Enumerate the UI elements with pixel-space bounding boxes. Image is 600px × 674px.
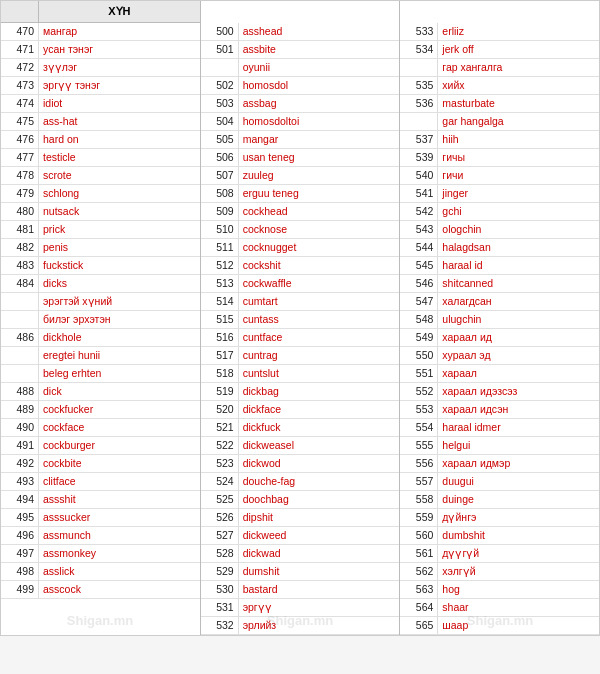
row-number: 496	[1, 527, 39, 544]
row-word: asscock	[39, 581, 200, 598]
row-number: 556	[400, 455, 438, 472]
row-word: idiot	[39, 95, 200, 112]
table-row: 548ulugchin	[400, 311, 599, 329]
row-word: hog	[438, 581, 599, 598]
row-number	[1, 365, 39, 382]
row-number: 559	[400, 509, 438, 526]
row-word: cockburger	[39, 437, 200, 454]
table-row: 513cockwaffle	[201, 275, 400, 293]
row-word: хараал идмэр	[438, 455, 599, 472]
row-number: 512	[201, 257, 239, 274]
row-number: 479	[1, 185, 39, 202]
row-word: schlong	[39, 185, 200, 202]
table-row: 544halagdsan	[400, 239, 599, 257]
row-word: dickbag	[239, 383, 400, 400]
row-number: 495	[1, 509, 39, 526]
row-number: 529	[201, 563, 239, 580]
table-row: 542gchi	[400, 203, 599, 221]
table-row: 478scrote	[1, 167, 200, 185]
table-row: 559дүйнгэ	[400, 509, 599, 527]
row-word: cumtart	[239, 293, 400, 310]
row-word: shaar	[438, 599, 599, 616]
column-1: ХҮН500asshead501assbiteoyunii502homosdol…	[201, 1, 401, 635]
column-2: ХҮН533erliiz534jerk offгар хангалга535хи…	[400, 1, 599, 635]
row-word: clitface	[39, 473, 200, 490]
row-number: 492	[1, 455, 39, 472]
table-row: 528dickwad	[201, 545, 400, 563]
row-number: 560	[400, 527, 438, 544]
row-word: dickwad	[239, 545, 400, 562]
row-number	[1, 293, 39, 310]
table-row: 527dickweed	[201, 527, 400, 545]
row-number	[400, 59, 438, 76]
row-word: хараал идэзсэз	[438, 383, 599, 400]
row-number: 528	[201, 545, 239, 562]
row-number: 491	[1, 437, 39, 454]
row-number: 518	[201, 365, 239, 382]
row-number: 522	[201, 437, 239, 454]
row-number: 483	[1, 257, 39, 274]
row-number: 549	[400, 329, 438, 346]
row-number: 533	[400, 23, 438, 40]
row-word: cuntface	[239, 329, 400, 346]
table-row: 514cumtart	[201, 293, 400, 311]
table-row: 562хэлгүй	[400, 563, 599, 581]
table-row: 521dickfuck	[201, 419, 400, 437]
row-number	[1, 311, 39, 328]
row-word: assshit	[39, 491, 200, 508]
table-row: 499asscock	[1, 581, 200, 599]
row-number: 500	[201, 23, 239, 40]
row-word: cockfucker	[39, 401, 200, 418]
row-number: 470	[1, 23, 39, 40]
row-number: 513	[201, 275, 239, 292]
table-row: 518cuntslut	[201, 365, 400, 383]
row-word: эргүү тэнэг	[39, 77, 200, 94]
table-row: 507zuuleg	[201, 167, 400, 185]
table-row: 483fuckstick	[1, 257, 200, 275]
row-number: 497	[1, 545, 39, 562]
row-word: masturbate	[438, 95, 599, 112]
row-number: 520	[201, 401, 239, 418]
row-word: douche-fag	[239, 473, 400, 490]
row-number: 532	[201, 617, 239, 634]
table-row: 496assmunch	[1, 527, 200, 545]
table-row: эрэгтэй хүний	[1, 293, 200, 311]
row-number: 504	[201, 113, 239, 130]
table-row: 476hard on	[1, 131, 200, 149]
row-number: 505	[201, 131, 239, 148]
table-row: 477testicle	[1, 149, 200, 167]
row-word: dickface	[239, 401, 400, 418]
row-number: 484	[1, 275, 39, 292]
row-word: ulugchin	[438, 311, 599, 328]
table-row: 522dickweasel	[201, 437, 400, 455]
row-word: homosdol	[239, 77, 400, 94]
row-word: eregtei hunii	[39, 347, 200, 364]
row-word: erliiz	[438, 23, 599, 40]
row-word: doochbag	[239, 491, 400, 508]
row-number: 511	[201, 239, 239, 256]
row-number: 473	[1, 77, 39, 94]
table-row: 551хараал	[400, 365, 599, 383]
table-row: 526dipshit	[201, 509, 400, 527]
table-row: 549хараал ид	[400, 329, 599, 347]
row-number: 548	[400, 311, 438, 328]
row-word: gchi	[438, 203, 599, 220]
row-number: 561	[400, 545, 438, 562]
row-number: 550	[400, 347, 438, 364]
row-word: эргүү	[239, 599, 400, 616]
row-number: 546	[400, 275, 438, 292]
row-word: гар хангалга	[438, 59, 599, 76]
table-row: 555helgui	[400, 437, 599, 455]
row-number: 494	[1, 491, 39, 508]
table-row: 539гичы	[400, 149, 599, 167]
main-table: ХҮН470мангар471усан тэнэг472зүүлэг473эрг…	[0, 0, 600, 636]
header-word: ХҮН	[39, 1, 200, 22]
row-word: мангар	[39, 23, 200, 40]
row-word: duugui	[438, 473, 599, 490]
table-row: eregtei hunii	[1, 347, 200, 365]
table-row: 535хийх	[400, 77, 599, 95]
row-word: dickhole	[39, 329, 200, 346]
row-word: halagdsan	[438, 239, 599, 256]
table-row: 501assbite	[201, 41, 400, 59]
row-word: nutsack	[39, 203, 200, 220]
